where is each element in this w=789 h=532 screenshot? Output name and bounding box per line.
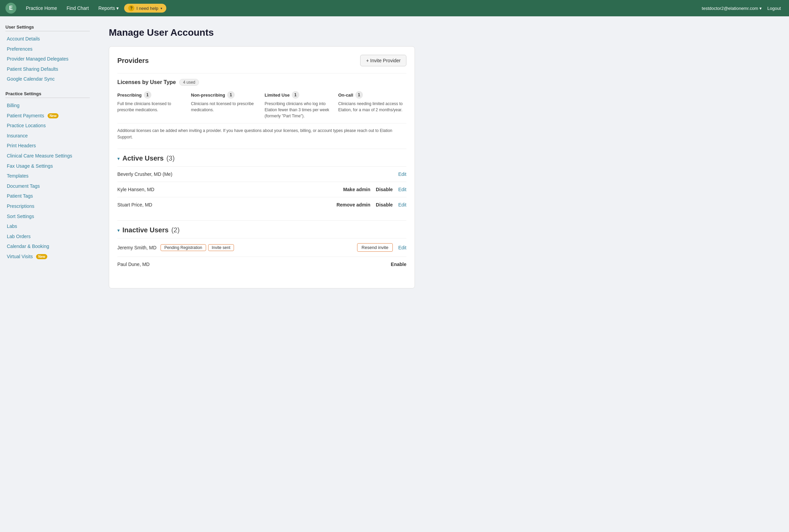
licenses-used-badge: 4 used: [179, 79, 199, 86]
divider-2: [117, 149, 406, 149]
new-badge: New: [48, 113, 59, 118]
user-actions: Make admin Disable Edit: [343, 187, 406, 192]
license-item-limited-use: Limited Use 1 Prescribing clinicians who…: [265, 91, 333, 119]
help-icon: ?: [128, 5, 134, 11]
sidebar-item-document-tags[interactable]: Document Tags: [5, 181, 90, 192]
collapse-active-users-arrow[interactable]: ▾: [117, 156, 120, 161]
license-type-prescribing: Prescribing 1: [117, 91, 186, 99]
providers-card: Providers + Invite Provider Licenses by …: [109, 46, 415, 288]
active-users-count: (3): [166, 154, 174, 162]
chevron-down-icon: ▾: [116, 5, 119, 11]
sidebar-item-prescriptions[interactable]: Prescriptions: [5, 201, 90, 212]
sidebar-item-templates[interactable]: Templates: [5, 171, 90, 181]
license-count-non-prescribing: 1: [227, 91, 235, 99]
active-users-title: Active Users: [122, 154, 164, 162]
sidebar-item-insurance[interactable]: Insurance: [5, 131, 90, 141]
sidebar-item-billing[interactable]: Billing: [5, 101, 90, 111]
license-type-on-call: On-call 1: [338, 91, 407, 99]
sidebar: User Settings Account Details Preference…: [0, 16, 95, 532]
user-name-kyle-hansen: Kyle Hansen, MD: [117, 187, 343, 192]
table-row: Paul Dune, MD Enable: [117, 256, 406, 272]
pending-registration-badge: Pending Registration: [161, 244, 206, 251]
active-users-section: ▾ Active Users (3) Beverly Crusher, MD (…: [117, 154, 406, 212]
license-note: Additional licenses can be added when in…: [117, 123, 406, 140]
nav-items: Practice Home Find Chart Reports ▾ ? I n…: [22, 3, 702, 13]
inactive-users-title: Inactive Users: [122, 226, 169, 234]
license-type-limited-use: Limited Use 1: [265, 91, 333, 99]
sidebar-item-print-headers[interactable]: Print Headers: [5, 141, 90, 151]
table-row: Stuart Price, MD Remove admin Disable Ed…: [117, 197, 406, 212]
sidebar-item-lab-orders[interactable]: Lab Orders: [5, 232, 90, 242]
table-row: Kyle Hansen, MD Make admin Disable Edit: [117, 182, 406, 197]
logout-button[interactable]: Logout: [765, 4, 784, 12]
providers-title: Providers: [117, 57, 149, 65]
user-name-paul-dune: Paul Dune, MD: [117, 262, 391, 267]
edit-stuart-price-link[interactable]: Edit: [398, 202, 406, 207]
nav-find-chart[interactable]: Find Chart: [63, 3, 93, 13]
sidebar-item-account-details[interactable]: Account Details: [5, 34, 90, 44]
sidebar-item-calendar-booking[interactable]: Calendar & Booking: [5, 242, 90, 252]
sidebar-item-patient-sharing-defaults[interactable]: Patient Sharing Defaults: [5, 64, 90, 74]
invite-provider-button[interactable]: + Invite Provider: [360, 55, 406, 66]
table-row: Jeremy Smith, MD Pending Registration In…: [117, 238, 406, 256]
sidebar-item-fax-usage-settings[interactable]: Fax Usage & Settings: [5, 161, 90, 171]
enable-paul-dune-button[interactable]: Enable: [391, 262, 406, 267]
nav-reports[interactable]: Reports ▾: [94, 3, 123, 13]
license-desc-on-call: Clinicians needing limited access to Ela…: [338, 101, 407, 113]
license-count-prescribing: 1: [144, 91, 151, 99]
sidebar-section-practice-settings: Practice Settings: [5, 91, 90, 98]
license-item-on-call: On-call 1 Clinicians needing limited acc…: [338, 91, 407, 119]
sidebar-item-virtual-visits[interactable]: Virtual Visits New: [5, 252, 90, 262]
sidebar-item-sort-settings[interactable]: Sort Settings: [5, 212, 90, 222]
license-desc-non-prescribing: Clinicians not licensed to prescribe med…: [191, 101, 259, 113]
sidebar-item-google-calendar-sync[interactable]: Google Calendar Sync: [5, 74, 90, 84]
nav-user-email[interactable]: testdoctor2@elationemr.com ▾: [702, 6, 762, 11]
license-desc-prescribing: Full time clinicians licensed to prescri…: [117, 101, 186, 113]
sidebar-item-labs[interactable]: Labs: [5, 221, 90, 232]
licenses-section: Licenses by User Type 4 used Prescribing…: [117, 79, 406, 140]
pending-user-info: Jeremy Smith, MD Pending Registration In…: [117, 244, 234, 251]
inactive-users-header: ▾ Inactive Users (2): [117, 226, 406, 238]
licenses-title: Licenses by User Type: [117, 79, 176, 85]
disable-kyle-hansen-button[interactable]: Disable: [376, 187, 393, 192]
sidebar-item-patient-tags[interactable]: Patient Tags: [5, 191, 90, 201]
disable-stuart-price-button[interactable]: Disable: [376, 202, 393, 207]
table-row: Beverly Crusher, MD (Me) Edit: [117, 166, 406, 182]
divider-3: [117, 220, 406, 221]
inactive-users-section: ▾ Inactive Users (2) Jeremy Smith, MD Pe…: [117, 226, 406, 272]
license-desc-limited-use: Prescribing clinicians who log into Elat…: [265, 101, 333, 119]
main-content: Manage User Accounts Providers + Invite …: [95, 16, 789, 532]
make-admin-kyle-hansen-button[interactable]: Make admin: [343, 187, 370, 192]
edit-beverly-crusher-link[interactable]: Edit: [398, 171, 406, 177]
active-users-header: ▾ Active Users (3): [117, 154, 406, 166]
licenses-header: Licenses by User Type 4 used: [117, 79, 406, 86]
pending-badges: Pending Registration Invite sent: [161, 244, 234, 251]
user-actions: Enable: [391, 262, 406, 267]
edit-jeremy-smith-link[interactable]: Edit: [398, 245, 406, 250]
edit-kyle-hansen-link[interactable]: Edit: [398, 187, 406, 192]
chevron-down-icon: ▾: [759, 6, 762, 11]
sidebar-item-practice-locations[interactable]: Practice Locations: [5, 121, 90, 131]
user-name-beverly-crusher: Beverly Crusher, MD (Me): [117, 171, 398, 177]
inactive-users-count: (2): [171, 226, 180, 234]
license-item-non-prescribing: Non-prescribing 1 Clinicians not license…: [191, 91, 259, 119]
resend-invite-button[interactable]: Resend invite: [357, 243, 393, 252]
sidebar-section-user-settings: User Settings: [5, 24, 90, 31]
sidebar-item-patient-payments[interactable]: Patient Payments New: [5, 111, 90, 121]
top-nav: E Practice Home Find Chart Reports ▾ ? I…: [0, 0, 789, 16]
collapse-inactive-users-arrow[interactable]: ▾: [117, 228, 120, 233]
sidebar-item-preferences[interactable]: Preferences: [5, 44, 90, 54]
sidebar-item-provider-managed-delegates[interactable]: Provider Managed Delegates: [5, 54, 90, 64]
user-actions: Resend invite Edit: [357, 243, 406, 252]
license-type-non-prescribing: Non-prescribing 1: [191, 91, 259, 99]
remove-admin-stuart-price-button[interactable]: Remove admin: [336, 202, 370, 207]
sidebar-item-clinical-care-measure-settings[interactable]: Clinical Care Measure Settings: [5, 151, 90, 161]
user-name-stuart-price: Stuart Price, MD: [117, 202, 336, 207]
license-count-on-call: 1: [355, 91, 363, 99]
nav-practice-home[interactable]: Practice Home: [22, 3, 61, 13]
invite-sent-badge: Invite sent: [208, 244, 234, 251]
divider: [117, 73, 406, 73]
license-grid: Prescribing 1 Full time clinicians licen…: [117, 91, 406, 119]
license-item-prescribing: Prescribing 1 Full time clinicians licen…: [117, 91, 186, 119]
nav-help[interactable]: ? I need help ▾: [124, 4, 166, 13]
